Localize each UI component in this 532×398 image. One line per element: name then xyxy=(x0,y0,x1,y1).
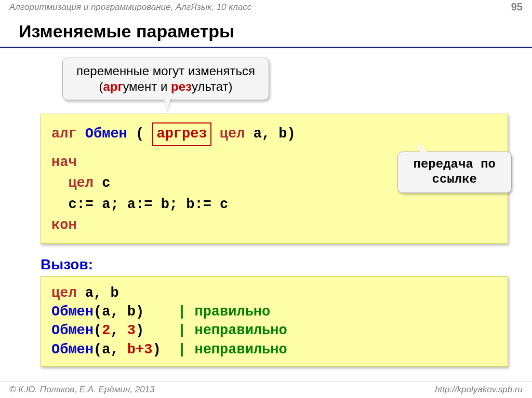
code-block-call: цел a, b Обмен(a, b) | правильно Обмен(2… xyxy=(41,276,508,367)
code-line: кон xyxy=(51,215,497,236)
code-line: Обмен(a, b+3) | неправильно xyxy=(51,340,497,359)
code-line: c:= a; a:= b; b:= c xyxy=(51,194,497,215)
callout-mutable: переменные могут изменяться (аргумент и … xyxy=(62,58,269,100)
subheading-call: Вызов: xyxy=(41,256,511,273)
page-number: 95 xyxy=(511,1,523,13)
callout-line1: переменные могут изменяться xyxy=(76,64,255,78)
code-line: Обмен(a, b) | правильно xyxy=(51,303,497,321)
callout-reference: передача по ссылке xyxy=(397,152,512,193)
breadcrumb: Алгоритмизация и программирование, АлгЯз… xyxy=(9,2,251,12)
callout-line2: (аргумент и результат) xyxy=(99,79,232,93)
code-line: цел a, b xyxy=(51,284,497,303)
footer-bar: © К.Ю. Поляков, Е.А. Ерёмин, 2013 http:/… xyxy=(0,381,532,398)
callout-ref-line2: ссылке xyxy=(432,172,477,186)
footer-url: http://kpolyakov.spb.ru xyxy=(435,385,523,395)
code-block-definition: алг Обмен ( аргрез цел a, b) нач цел c c… xyxy=(41,114,508,244)
code-line: Обмен(2, 3) | неправильно xyxy=(51,321,497,340)
content: переменные могут изменяться (аргумент и … xyxy=(0,48,532,367)
header-bar: Алгоритмизация и программирование, АлгЯз… xyxy=(0,0,532,14)
page-title: Изменяемые параметры xyxy=(0,14,532,48)
footer-copyright: © К.Ю. Поляков, Е.А. Ерёмин, 2013 xyxy=(9,385,155,395)
code-line xyxy=(51,146,497,152)
code-line: алг Обмен ( аргрез цел a, b) xyxy=(51,122,497,146)
argrez-box: аргрез xyxy=(152,122,211,146)
callout-ref-line1: передача по xyxy=(414,157,496,171)
